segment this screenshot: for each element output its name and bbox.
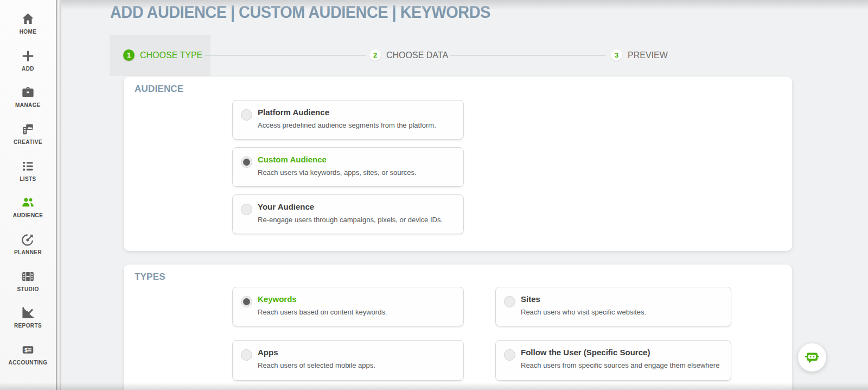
sidebar-item-label: CREATIVE	[0, 139, 56, 145]
sidebar-item-label: REPORTS	[0, 323, 56, 329]
step-2-circle[interactable]: 2	[369, 49, 381, 61]
radio-unselected-icon[interactable]	[504, 349, 515, 361]
step-3-label[interactable]: PREVIEW	[628, 51, 668, 60]
sidebar-item-audience[interactable]: AUDIENCE	[0, 196, 56, 218]
step-3-number: 3	[615, 51, 618, 59]
radio-selected-icon[interactable]	[241, 296, 252, 307]
sidebar-item-label: AUDIENCE	[0, 212, 56, 218]
svg-text:$: $	[24, 347, 28, 353]
step-2-number: 2	[373, 51, 377, 59]
option-title: Your Audience	[258, 202, 314, 211]
sidebar-item-manage[interactable]: MANAGE	[0, 85, 56, 108]
media-icon	[21, 122, 35, 136]
chatbot-icon	[804, 349, 820, 366]
option-description: Access predefined audience segments from…	[258, 121, 436, 129]
option-keywords[interactable]: Keywords Reach users based on content ke…	[232, 287, 464, 326]
types-section: TYPES Keywords Reach users based on cont…	[124, 265, 792, 390]
step-1-number: 1	[127, 51, 131, 59]
sidebar-item-add[interactable]: ADD	[0, 49, 56, 72]
people-icon	[21, 196, 35, 210]
option-follow-the-user[interactable]: Follow the User (Specific Source) Reach …	[495, 340, 731, 381]
option-apps[interactable]: Apps Reach users of selected mobile apps…	[232, 340, 464, 381]
target-icon	[21, 232, 35, 247]
sidebar-item-label: LISTS	[0, 176, 56, 182]
page-title: ADD AUDIENCE | CUSTOM AUDIENCE | KEYWORD…	[110, 3, 490, 22]
step-1-circle[interactable]: 1	[123, 49, 135, 61]
sidebar-item-studio[interactable]: STUDIO	[0, 269, 56, 292]
option-title: Keywords	[258, 294, 297, 304]
plus-icon	[21, 49, 35, 63]
radio-selected-icon[interactable]	[241, 156, 252, 168]
sidebar-item-label: HOME	[0, 29, 56, 35]
option-title: Custom Audience	[258, 155, 327, 164]
option-your-audience[interactable]: Your Audience Re-engage users through ca…	[232, 194, 464, 234]
chat-support-button[interactable]	[798, 343, 826, 372]
step-connector-2	[450, 55, 605, 56]
list-icon	[21, 159, 35, 173]
option-custom-audience[interactable]: Custom Audience Reach users via keywords…	[232, 147, 464, 187]
option-description: Reach users via keywords, apps, sites, o…	[258, 168, 417, 177]
option-description: Reach users from specific sources and en…	[521, 361, 719, 369]
billing-icon: $	[21, 343, 35, 357]
sidebar-item-creative[interactable]: CREATIVE	[0, 122, 56, 145]
sidebar-item-lists[interactable]: LISTS	[0, 159, 56, 182]
sidebar-item-label: PLANNER	[0, 249, 56, 255]
step-3-circle[interactable]: 3	[611, 49, 622, 61]
sidebar: HOME ADD MANAGE CREATIVE	[0, 0, 56, 390]
sidebar-item-reports[interactable]: REPORTS	[0, 306, 56, 329]
audience-section-title: AUDIENCE	[135, 84, 183, 95]
step-2-label[interactable]: CHOOSE DATA	[386, 51, 448, 60]
option-title: Apps	[258, 348, 278, 357]
option-title: Follow the User (Specific Source)	[521, 348, 650, 357]
sidebar-item-label: MANAGE	[0, 102, 56, 108]
home-icon	[21, 12, 35, 26]
audience-section: AUDIENCE Platform Audience Access predef…	[124, 77, 792, 251]
wizard-stepper: 1 CHOOSE TYPE 2 CHOOSE DATA 3 PREVIEW	[61, 35, 868, 76]
sidebar-item-label: ACCOUNTING	[0, 360, 56, 366]
sidebar-item-home[interactable]: HOME	[0, 12, 56, 35]
sidebar-item-accounting[interactable]: $ ACCOUNTING	[0, 343, 56, 366]
option-title: Sites	[521, 294, 540, 304]
sidebar-item-label: STUDIO	[0, 286, 56, 292]
sidebar-item-planner[interactable]: PLANNER	[0, 232, 56, 255]
film-icon	[21, 269, 35, 284]
main-content: ADD AUDIENCE | CUSTOM AUDIENCE | KEYWORD…	[61, 0, 868, 390]
option-description: Reach users of selected mobile apps.	[258, 361, 375, 369]
briefcase-icon	[21, 85, 35, 99]
sidebar-scrollbar[interactable]	[56, 0, 61, 390]
radio-unselected-icon[interactable]	[504, 296, 515, 307]
types-section-title: TYPES	[135, 272, 165, 282]
option-description: Reach users based on content keywords.	[258, 308, 387, 316]
option-sites[interactable]: Sites Reach users who visit specific web…	[495, 287, 731, 326]
option-description: Reach users who visit specific websites.	[521, 308, 646, 316]
option-platform-audience[interactable]: Platform Audience Access predefined audi…	[232, 100, 464, 140]
chart-icon	[21, 306, 35, 320]
step-connector-1	[205, 55, 366, 56]
sidebar-item-label: ADD	[0, 66, 56, 72]
radio-unselected-icon[interactable]	[241, 204, 252, 215]
option-title: Platform Audience	[258, 108, 329, 117]
option-description: Re-engage users through campaigns, pixel…	[258, 216, 443, 224]
radio-unselected-icon[interactable]	[241, 109, 252, 121]
step-1-label[interactable]: CHOOSE TYPE	[140, 51, 202, 60]
radio-unselected-icon[interactable]	[241, 349, 252, 361]
